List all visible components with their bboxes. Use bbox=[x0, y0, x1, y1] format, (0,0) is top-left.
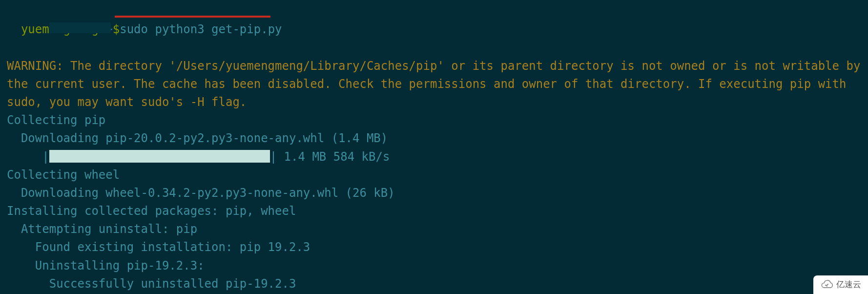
prompt-command[interactable]: sudo python3 get-pip.py bbox=[120, 22, 282, 36]
output-found-existing: Found existing installation: pip 19.2.3 bbox=[7, 238, 861, 256]
warning-message: WARNING: The directory '/Users/yuemengme… bbox=[7, 57, 861, 112]
output-collecting-pip: Collecting pip bbox=[7, 111, 861, 129]
output-uninstalled: Successfully uninstalled pip-19.2.3 bbox=[7, 275, 861, 293]
output-uninstalling: Uninstalling pip-19.2.3: bbox=[7, 257, 861, 275]
output-downloading-pip: Downloading pip-20.0.2-py2.py3-none-any.… bbox=[7, 129, 861, 147]
output-collecting-wheel: Collecting wheel bbox=[7, 166, 861, 184]
output-installing: Installing collected packages: pip, whee… bbox=[7, 202, 861, 220]
svg-point-0 bbox=[825, 285, 827, 286]
prompt-dollar: $ bbox=[113, 22, 120, 36]
progress-suffix: | 1.4 MB 584 kB/s bbox=[270, 150, 390, 164]
progress-bar bbox=[49, 150, 270, 163]
watermark-badge: 亿速云 bbox=[813, 275, 868, 294]
command-underline-annotation bbox=[115, 16, 270, 18]
progress-prefix: | bbox=[7, 150, 49, 164]
output-downloading-wheel: Downloading wheel-0.34.2-py2.py3-none-an… bbox=[7, 184, 861, 202]
output-attempt-uninstall: Attempting uninstall: pip bbox=[7, 220, 861, 238]
output-progress-line: || 1.4 MB 584 kB/s bbox=[7, 148, 861, 166]
terminal-prompt-line[interactable]: yuemengmeng:~$sudo python3 get-pip.py bbox=[7, 2, 861, 57]
prompt-user-censored: emengmeng bbox=[35, 21, 99, 39]
prompt-user: yuemengmeng bbox=[21, 22, 99, 36]
watermark-text: 亿速云 bbox=[836, 278, 861, 291]
cloud-icon bbox=[821, 279, 834, 290]
